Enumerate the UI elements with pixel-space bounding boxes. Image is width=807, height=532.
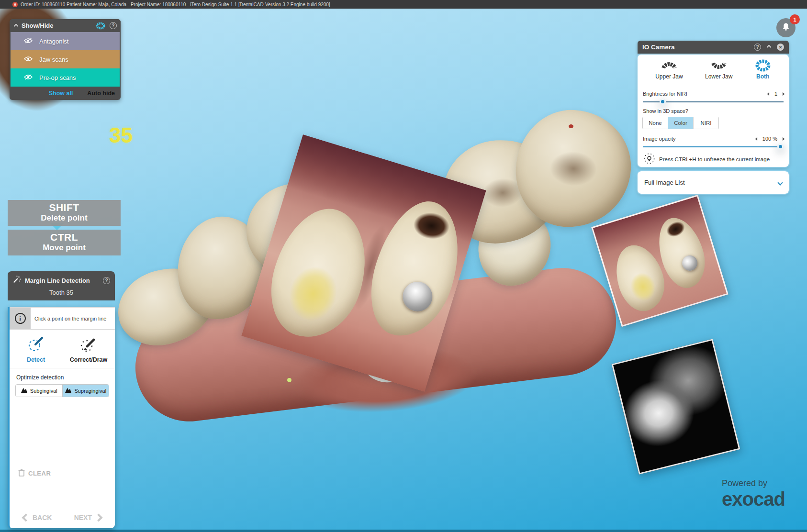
- decrement-icon[interactable]: [767, 92, 771, 95]
- detect-label: Detect: [27, 356, 45, 363]
- toggle-jaw-scans[interactable]: Jaw scans: [11, 50, 120, 68]
- show-all-button[interactable]: Show all: [49, 90, 73, 97]
- upper-jaw-icon: [661, 59, 677, 72]
- info-icon-cell: i: [10, 308, 31, 329]
- notification-badge: 1: [790, 14, 800, 24]
- hotkey-action: Move point: [8, 243, 121, 253]
- chevron-left-icon: [22, 514, 30, 522]
- wizard-navigation: BACK NEXT: [10, 514, 115, 521]
- show-hide-header: Show/Hide ?: [10, 19, 121, 32]
- tooth-margin-icon: [65, 387, 72, 394]
- show-hide-title: Show/Hide: [22, 22, 95, 29]
- brightness-value: 1: [774, 91, 777, 97]
- occlusal-shadow: [541, 144, 606, 193]
- io-camera-panel: IO Camera ? ✕ Upper Jaw Lower Jaw: [638, 41, 789, 167]
- increment-icon[interactable]: [781, 137, 785, 140]
- io-camera-header: IO Camera ? ✕: [638, 41, 789, 54]
- eye-off-icon: [24, 74, 33, 81]
- marker-dot: [287, 378, 291, 382]
- supragingival-button[interactable]: Supragingival: [62, 385, 109, 397]
- eye-off-icon: [24, 38, 33, 45]
- optimize-detection-label: Optimize detection: [16, 374, 115, 381]
- jaw-visibility-icon[interactable]: [95, 22, 106, 30]
- decrement-icon[interactable]: [755, 137, 759, 140]
- bell-icon: [781, 22, 791, 33]
- space-niri-button[interactable]: NIRI: [693, 117, 718, 129]
- hotkey-action: Delete point: [8, 213, 121, 223]
- brightness-label: Brightness for NIRI: [643, 91, 687, 97]
- opacity-slider[interactable]: [643, 144, 784, 150]
- next-label: NEXT: [74, 514, 92, 521]
- red-mark: [569, 124, 573, 128]
- margin-line-detection-panel: Margin Line Detection ? Tooth 35 i Click…: [8, 271, 115, 528]
- eye-icon: [24, 56, 33, 63]
- clear-button[interactable]: CLEAR: [18, 469, 51, 478]
- both-jaws-button[interactable]: Both: [755, 59, 771, 80]
- collapse-icon[interactable]: [14, 24, 19, 29]
- both-jaws-icon: [755, 59, 771, 72]
- powered-by-label: Powered by: [722, 478, 785, 488]
- instruction-row: i Click a point on the margin line: [10, 307, 115, 330]
- subgingival-button[interactable]: Subgingival: [16, 385, 62, 397]
- subgingival-label: Subgingival: [30, 388, 57, 394]
- row-label: Pre-op scans: [39, 74, 76, 81]
- supragingival-label: Supragingival: [74, 388, 106, 394]
- tooth-number-label: 35: [109, 123, 133, 147]
- thumb-filling: [680, 254, 699, 273]
- io-camera-niri-thumbnail[interactable]: [611, 339, 740, 475]
- lightbulb-icon: [643, 153, 655, 166]
- cavity: [410, 209, 454, 243]
- gingival-mode-toggle: Subgingival Supragingival: [15, 384, 109, 397]
- trash-icon: [18, 469, 25, 478]
- show-in-3d-label: Show in 3D space?: [643, 108, 688, 114]
- upper-jaw-button[interactable]: Upper Jaw: [655, 59, 683, 80]
- wand-icon: [12, 275, 21, 286]
- space-mode-toggle: None Color NIRI: [642, 117, 719, 129]
- toggle-antagonist[interactable]: Antagonist: [11, 32, 120, 50]
- info-icon: i: [15, 313, 26, 324]
- chevron-down-icon: [777, 180, 783, 185]
- back-button[interactable]: BACK: [23, 514, 52, 521]
- collapse-icon[interactable]: [767, 45, 772, 50]
- row-label: Jaw scans: [39, 56, 68, 63]
- bottom-edge: [0, 530, 807, 532]
- increment-icon[interactable]: [781, 92, 785, 95]
- detect-icon: [27, 336, 45, 355]
- brightness-stepper: 1: [768, 91, 784, 97]
- margin-panel-header: Margin Line Detection ? Tooth 35: [8, 271, 115, 300]
- lower-jaw-button[interactable]: Lower Jaw: [705, 59, 732, 80]
- upper-jaw-label: Upper Jaw: [655, 73, 683, 80]
- clear-label: CLEAR: [28, 470, 51, 477]
- branding: Powered by exocad: [722, 478, 785, 509]
- help-icon[interactable]: ?: [754, 44, 761, 51]
- photo-tooth-left: [258, 198, 381, 349]
- space-color-button[interactable]: Color: [668, 117, 693, 129]
- toggle-preop-scans[interactable]: Pre-op scans: [11, 68, 120, 87]
- close-icon[interactable]: ✕: [777, 44, 784, 51]
- both-jaws-label: Both: [756, 73, 769, 80]
- show-hide-footer: Show all Auto hide: [10, 87, 121, 100]
- space-none-button[interactable]: None: [643, 117, 668, 129]
- window-title-bar: Order ID: 180860110 Patient Name: Maja, …: [0, 0, 807, 9]
- next-button[interactable]: NEXT: [74, 514, 101, 521]
- auto-hide-button[interactable]: Auto hide: [87, 90, 115, 97]
- slider-track: [643, 146, 784, 147]
- full-image-list-dropdown[interactable]: Full Image List: [638, 171, 789, 194]
- hotkey-hint-shift: SHIFT Delete point: [8, 200, 121, 226]
- help-icon[interactable]: ?: [110, 22, 117, 29]
- back-label: BACK: [33, 514, 52, 521]
- tooth-yellow-core: [277, 255, 348, 333]
- hotkey-key: CTRL: [8, 232, 121, 243]
- opacity-stepper: 100 %: [756, 136, 784, 142]
- thumb-yellow-core: [625, 266, 662, 307]
- slider-thumb[interactable]: [660, 99, 666, 105]
- notification-area: 1: [776, 18, 796, 37]
- io-camera-body: Upper Jaw Lower Jaw Both Brightness for …: [638, 55, 789, 167]
- correct-draw-button[interactable]: Correct/Draw: [62, 336, 115, 363]
- slider-thumb[interactable]: [777, 144, 784, 150]
- brightness-slider[interactable]: [643, 99, 784, 105]
- help-icon[interactable]: ?: [103, 277, 110, 284]
- detect-button[interactable]: Detect: [10, 336, 62, 363]
- app-icon: [12, 2, 18, 7]
- image-opacity-label: Image opacity: [643, 136, 675, 142]
